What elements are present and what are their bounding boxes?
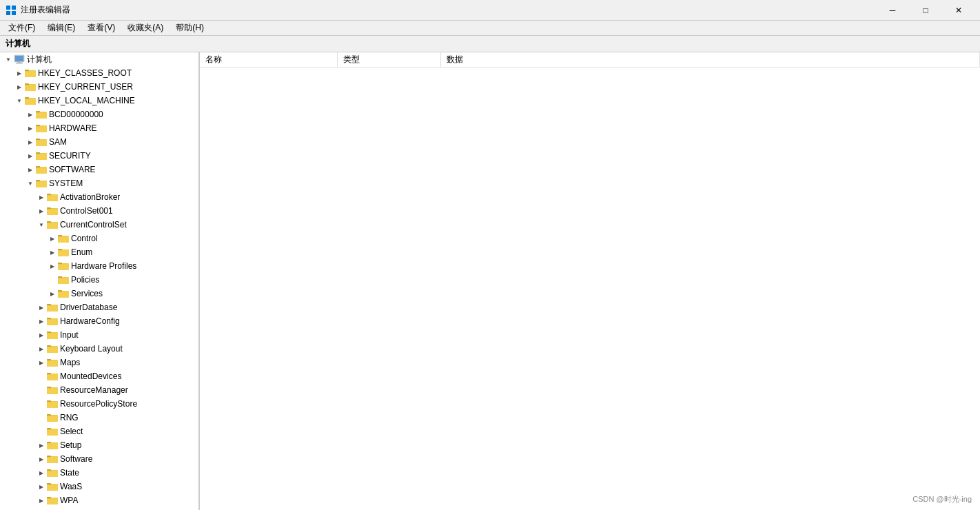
expander-input[interactable]: ▶ [36,329,47,340]
expander-hardware[interactable]: ▶ [25,123,36,134]
expander-software[interactable]: ▶ [25,164,36,175]
tree-label-keyboardlayout: Keyboard Layout [60,344,123,354]
tree-item-state[interactable]: ▶ State [0,466,198,480]
menu-item-edit[interactable]: 编辑(E) [42,21,81,35]
expander-setup[interactable]: ▶ [36,440,47,451]
tree-item-resourcepolicystore[interactable]: ResourcePolicyStore [0,397,198,411]
tree-label-softwareSys: Software [60,454,92,464]
close-button[interactable]: ✕ [943,0,974,21]
expander-hardwareconfig[interactable]: ▶ [36,316,47,327]
expander-waas[interactable]: ▶ [36,481,47,492]
svg-rect-127 [47,469,51,471]
folder-icon-setup [47,440,58,450]
expander-resourcemanager[interactable] [36,385,47,396]
expander-computer[interactable]: ▼ [3,54,14,65]
menu-item-favorites[interactable]: 收藏夹(A) [122,21,169,35]
folder-icon-softwareSys [47,454,58,464]
svg-rect-67 [58,263,62,264]
expander-bcd[interactable]: ▶ [25,109,36,120]
folder-icon-mounteddevices [47,371,58,381]
tree-label-enum: Enum [71,247,92,257]
tree-item-sam[interactable]: ▶ SAM [0,135,198,149]
expander-hkcr[interactable]: ▶ [14,68,25,79]
menu-item-file[interactable]: 文件(F) [3,21,41,35]
tree-label-maps: Maps [60,358,80,367]
expander-softwareSys[interactable]: ▶ [36,453,47,465]
tree-item-control[interactable]: ▶ Control [0,232,198,245]
expander-services[interactable]: ▶ [47,288,58,299]
expander-rng[interactable] [36,412,47,423]
app-title: 注册表编辑器 [21,4,70,16]
expander-select[interactable] [36,426,47,437]
tree-label-activationbroker: ActivationBroker [60,192,120,202]
expander-enum[interactable]: ▶ [47,247,58,258]
expander-activationbroker[interactable]: ▶ [36,192,47,203]
tree-label-hardware: HARDWARE [49,123,97,133]
expander-security[interactable]: ▶ [25,150,36,161]
expander-control[interactable]: ▶ [47,233,58,244]
menu-bar: 文件(F)编辑(E)查看(V)收藏夹(A)帮助(H) [0,21,980,36]
tree-item-system[interactable]: ▼ SYSTEM [0,176,198,190]
tree-item-hardwareprofiles[interactable]: ▶ Hardware Profiles [0,259,198,273]
tree-item-enum[interactable]: ▶ Enum [0,245,198,259]
svg-rect-51 [47,207,51,209]
svg-rect-91 [47,345,51,347]
tree-item-input[interactable]: ▶ Input [0,328,198,342]
tree-item-services[interactable]: ▶ Services [0,287,198,300]
tree-item-computer[interactable]: ▼ 计算机 [0,52,198,66]
tree-item-security[interactable]: ▶ SECURITY [0,149,198,163]
tree-item-select[interactable]: Select [0,425,198,438]
expander-sam[interactable]: ▶ [25,136,36,147]
tree-item-bcd[interactable]: ▶ BCD00000000 [0,108,198,121]
maximize-button[interactable]: □ [910,0,941,21]
expander-controlset001[interactable]: ▶ [36,205,47,216]
tree-item-mounteddevices[interactable]: MountedDevices [0,369,198,383]
expander-hkcu[interactable]: ▶ [14,81,25,92]
svg-rect-97 [47,374,58,380]
tree-item-hardwareconfig[interactable]: ▶ HardwareConfig [0,314,198,328]
expander-state[interactable]: ▶ [36,467,47,478]
expander-driverdatabase[interactable]: ▶ [36,302,47,313]
svg-rect-5 [15,56,23,61]
tree-item-softwareSys[interactable]: ▶ Software [0,452,198,466]
minimize-button[interactable]: ─ [877,0,908,21]
tree-item-currentcontrolset[interactable]: ▼ CurrentControlSet [0,218,198,232]
tree-item-hklm[interactable]: ▼ HKEY_LOCAL_MACHINE [0,94,198,108]
tree-item-hkcu[interactable]: ▶ HKEY_CURRENT_USER [0,80,198,94]
menu-item-help[interactable]: 帮助(H) [170,21,210,35]
folder-icon-services [58,289,69,298]
svg-rect-43 [36,180,40,181]
tree-item-activationbroker[interactable]: ▶ ActivationBroker [0,190,198,204]
expander-wpa[interactable]: ▶ [36,495,47,506]
expander-policies[interactable] [47,274,58,285]
expander-mounteddevices[interactable] [36,371,47,382]
tree-label-bcd: BCD00000000 [49,110,103,119]
expander-currentcontrolset[interactable]: ▼ [36,219,47,230]
svg-rect-89 [47,347,58,353]
expander-maps[interactable]: ▶ [36,357,47,368]
tree-item-wpa[interactable]: ▶ WPA [0,493,198,507]
svg-rect-105 [47,402,58,408]
tree-item-maps[interactable]: ▶ Maps [0,356,198,369]
tree-item-hardware[interactable]: ▶ HARDWARE [0,121,198,135]
right-pane: 名称 类型 数据 [200,52,980,510]
tree-item-waas[interactable]: ▶ WaaS [0,480,198,493]
tree-item-keyboardlayout[interactable]: ▶ Keyboard Layout [0,342,198,356]
expander-resourcepolicystore[interactable] [36,398,47,409]
tree-item-rng[interactable]: RNG [0,411,198,425]
tree-item-setup[interactable]: ▶ Setup [0,438,198,452]
tree-item-resourcemanager[interactable]: ResourceManager [0,383,198,397]
expander-hklm[interactable]: ▼ [14,95,25,106]
expander-keyboardlayout[interactable]: ▶ [36,343,47,354]
title-bar: 注册表编辑器 ─ □ ✕ [0,0,980,21]
menu-item-view[interactable]: 查看(V) [82,21,121,35]
folder-icon-hkcu [25,82,36,92]
tree-item-hkcr[interactable]: ▶ HKEY_CLASSES_ROOT [0,66,198,80]
tree-item-controlset001[interactable]: ▶ ControlSet001 [0,204,198,218]
tree-item-software[interactable]: ▶ SOFTWARE [0,163,198,176]
expander-system[interactable]: ▼ [25,178,36,189]
expander-hardwareprofiles[interactable]: ▶ [47,261,58,272]
tree-pane[interactable]: ▼ 计算机▶ HKEY_CLASSES_ROOT▶ HKEY_CURRENT_U… [0,52,200,510]
tree-item-driverdatabase[interactable]: ▶ DriverDatabase [0,300,198,314]
tree-item-policies[interactable]: Policies [0,273,198,287]
